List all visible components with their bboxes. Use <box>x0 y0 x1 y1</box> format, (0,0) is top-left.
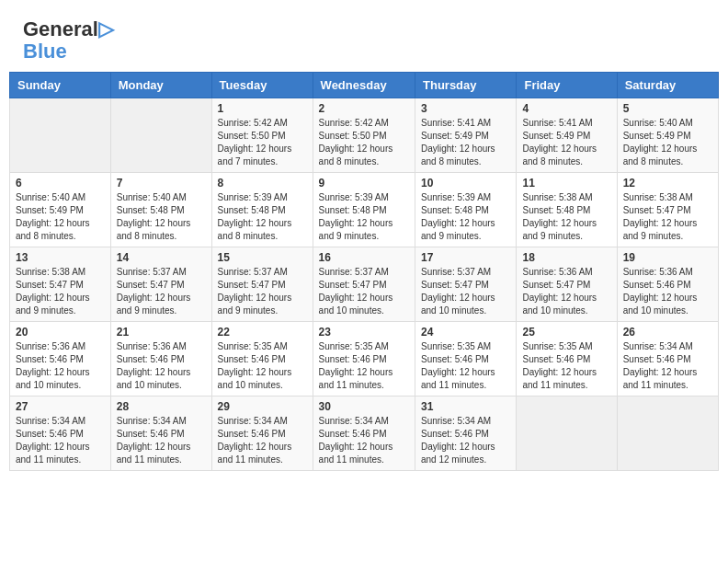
weekday-header-wednesday: Wednesday <box>313 73 415 98</box>
day-number: 23 <box>319 326 409 339</box>
weekday-header-sunday: Sunday <box>10 73 111 98</box>
day-info: Sunrise: 5:34 AM Sunset: 5:46 PM Dayligh… <box>623 340 712 392</box>
day-number: 18 <box>522 251 610 264</box>
day-number: 28 <box>117 400 206 413</box>
week-row-3: 13Sunrise: 5:38 AM Sunset: 5:47 PM Dayli… <box>10 247 719 322</box>
day-number: 1 <box>218 102 307 115</box>
calendar-cell: 17Sunrise: 5:37 AM Sunset: 5:47 PM Dayli… <box>415 247 517 322</box>
day-number: 2 <box>319 102 409 115</box>
day-info: Sunrise: 5:37 AM Sunset: 5:47 PM Dayligh… <box>319 266 409 317</box>
weekday-header-monday: Monday <box>110 73 211 98</box>
day-info: Sunrise: 5:38 AM Sunset: 5:47 PM Dayligh… <box>623 191 712 243</box>
calendar-cell: 1Sunrise: 5:42 AM Sunset: 5:50 PM Daylig… <box>211 98 313 173</box>
calendar-cell: 29Sunrise: 5:34 AM Sunset: 5:46 PM Dayli… <box>211 396 313 471</box>
day-number: 7 <box>117 177 206 190</box>
day-number: 21 <box>117 326 206 339</box>
day-number: 11 <box>522 177 610 190</box>
calendar-cell: 2Sunrise: 5:42 AM Sunset: 5:50 PM Daylig… <box>313 98 415 173</box>
logo-general: General <box>23 17 98 40</box>
calendar-cell: 13Sunrise: 5:38 AM Sunset: 5:47 PM Dayli… <box>10 247 111 322</box>
calendar-cell: 26Sunrise: 5:34 AM Sunset: 5:46 PM Dayli… <box>617 322 718 396</box>
day-info: Sunrise: 5:38 AM Sunset: 5:47 PM Dayligh… <box>16 266 105 317</box>
day-info: Sunrise: 5:41 AM Sunset: 5:49 PM Dayligh… <box>522 117 610 168</box>
calendar-cell: 21Sunrise: 5:36 AM Sunset: 5:46 PM Dayli… <box>110 322 211 396</box>
day-number: 8 <box>218 177 307 190</box>
day-info: Sunrise: 5:34 AM Sunset: 5:46 PM Dayligh… <box>117 415 206 466</box>
day-info: Sunrise: 5:38 AM Sunset: 5:48 PM Dayligh… <box>522 191 610 243</box>
day-number: 31 <box>421 400 510 413</box>
day-info: Sunrise: 5:39 AM Sunset: 5:48 PM Dayligh… <box>421 191 510 243</box>
logo-blue: Blue <box>23 40 67 63</box>
week-row-2: 6Sunrise: 5:40 AM Sunset: 5:49 PM Daylig… <box>10 173 719 247</box>
calendar-cell: 14Sunrise: 5:37 AM Sunset: 5:47 PM Dayli… <box>110 247 211 322</box>
day-number: 3 <box>421 102 510 115</box>
day-info: Sunrise: 5:41 AM Sunset: 5:49 PM Dayligh… <box>421 117 510 168</box>
calendar-cell: 9Sunrise: 5:39 AM Sunset: 5:48 PM Daylig… <box>313 173 415 247</box>
day-info: Sunrise: 5:36 AM Sunset: 5:46 PM Dayligh… <box>623 266 712 317</box>
day-info: Sunrise: 5:42 AM Sunset: 5:50 PM Dayligh… <box>319 117 409 168</box>
calendar-cell: 25Sunrise: 5:35 AM Sunset: 5:46 PM Dayli… <box>517 322 617 396</box>
day-number: 24 <box>421 326 510 339</box>
calendar-cell: 5Sunrise: 5:40 AM Sunset: 5:49 PM Daylig… <box>617 98 718 173</box>
weekday-header-thursday: Thursday <box>415 73 517 98</box>
day-number: 6 <box>16 177 105 190</box>
calendar-cell: 22Sunrise: 5:35 AM Sunset: 5:46 PM Dayli… <box>211 322 313 396</box>
calendar-cell: 6Sunrise: 5:40 AM Sunset: 5:49 PM Daylig… <box>10 173 111 247</box>
day-info: Sunrise: 5:34 AM Sunset: 5:46 PM Dayligh… <box>319 415 409 466</box>
calendar-cell <box>110 98 211 173</box>
calendar-cell: 23Sunrise: 5:35 AM Sunset: 5:46 PM Dayli… <box>313 322 415 396</box>
day-number: 26 <box>623 326 712 339</box>
day-number: 30 <box>319 400 409 413</box>
calendar-cell: 15Sunrise: 5:37 AM Sunset: 5:47 PM Dayli… <box>211 247 313 322</box>
weekday-header-friday: Friday <box>517 73 617 98</box>
header: General▷ Blue <box>9 9 719 67</box>
day-info: Sunrise: 5:39 AM Sunset: 5:48 PM Dayligh… <box>218 191 307 243</box>
weekday-header-saturday: Saturday <box>617 73 718 98</box>
day-info: Sunrise: 5:37 AM Sunset: 5:47 PM Dayligh… <box>421 266 510 317</box>
day-info: Sunrise: 5:36 AM Sunset: 5:46 PM Dayligh… <box>117 340 206 392</box>
day-number: 20 <box>16 326 105 339</box>
day-number: 5 <box>623 102 712 115</box>
day-number: 27 <box>16 400 105 413</box>
day-info: Sunrise: 5:40 AM Sunset: 5:48 PM Dayligh… <box>117 191 206 243</box>
day-info: Sunrise: 5:37 AM Sunset: 5:47 PM Dayligh… <box>218 266 307 317</box>
day-number: 15 <box>218 251 307 264</box>
day-info: Sunrise: 5:35 AM Sunset: 5:46 PM Dayligh… <box>218 340 307 392</box>
calendar-cell: 8Sunrise: 5:39 AM Sunset: 5:48 PM Daylig… <box>211 173 313 247</box>
calendar-cell: 10Sunrise: 5:39 AM Sunset: 5:48 PM Dayli… <box>415 173 517 247</box>
weekday-header-tuesday: Tuesday <box>211 73 313 98</box>
day-number: 9 <box>319 177 409 190</box>
calendar-cell: 7Sunrise: 5:40 AM Sunset: 5:48 PM Daylig… <box>110 173 211 247</box>
day-number: 22 <box>218 326 307 339</box>
calendar-cell: 12Sunrise: 5:38 AM Sunset: 5:47 PM Dayli… <box>617 173 718 247</box>
day-number: 4 <box>522 102 610 115</box>
calendar-cell: 16Sunrise: 5:37 AM Sunset: 5:47 PM Dayli… <box>313 247 415 322</box>
weekday-header-row: SundayMondayTuesdayWednesdayThursdayFrid… <box>10 73 719 98</box>
day-info: Sunrise: 5:42 AM Sunset: 5:50 PM Dayligh… <box>218 117 307 168</box>
day-number: 25 <box>522 326 610 339</box>
day-info: Sunrise: 5:39 AM Sunset: 5:48 PM Dayligh… <box>319 191 409 243</box>
calendar-cell: 20Sunrise: 5:36 AM Sunset: 5:46 PM Dayli… <box>10 322 111 396</box>
calendar-cell <box>517 396 617 471</box>
day-info: Sunrise: 5:34 AM Sunset: 5:46 PM Dayligh… <box>16 415 105 466</box>
day-number: 19 <box>623 251 712 264</box>
logo: General▷ Blue <box>23 18 114 63</box>
day-info: Sunrise: 5:36 AM Sunset: 5:47 PM Dayligh… <box>522 266 610 317</box>
day-info: Sunrise: 5:40 AM Sunset: 5:49 PM Dayligh… <box>623 117 712 168</box>
calendar-cell: 24Sunrise: 5:35 AM Sunset: 5:46 PM Dayli… <box>415 322 517 396</box>
day-number: 17 <box>421 251 510 264</box>
day-info: Sunrise: 5:36 AM Sunset: 5:46 PM Dayligh… <box>16 340 105 392</box>
day-info: Sunrise: 5:34 AM Sunset: 5:46 PM Dayligh… <box>218 415 307 466</box>
logo-text: General▷ Blue <box>23 18 114 63</box>
week-row-1: 1Sunrise: 5:42 AM Sunset: 5:50 PM Daylig… <box>10 98 719 173</box>
day-info: Sunrise: 5:34 AM Sunset: 5:46 PM Dayligh… <box>421 415 510 466</box>
day-info: Sunrise: 5:35 AM Sunset: 5:46 PM Dayligh… <box>421 340 510 392</box>
week-row-4: 20Sunrise: 5:36 AM Sunset: 5:46 PM Dayli… <box>10 322 719 396</box>
calendar-cell: 19Sunrise: 5:36 AM Sunset: 5:46 PM Dayli… <box>617 247 718 322</box>
calendar-cell: 4Sunrise: 5:41 AM Sunset: 5:49 PM Daylig… <box>517 98 617 173</box>
calendar-cell: 30Sunrise: 5:34 AM Sunset: 5:46 PM Dayli… <box>313 396 415 471</box>
week-row-5: 27Sunrise: 5:34 AM Sunset: 5:46 PM Dayli… <box>10 396 719 471</box>
calendar-cell: 18Sunrise: 5:36 AM Sunset: 5:47 PM Dayli… <box>517 247 617 322</box>
day-number: 13 <box>16 251 105 264</box>
calendar-cell <box>10 98 111 173</box>
